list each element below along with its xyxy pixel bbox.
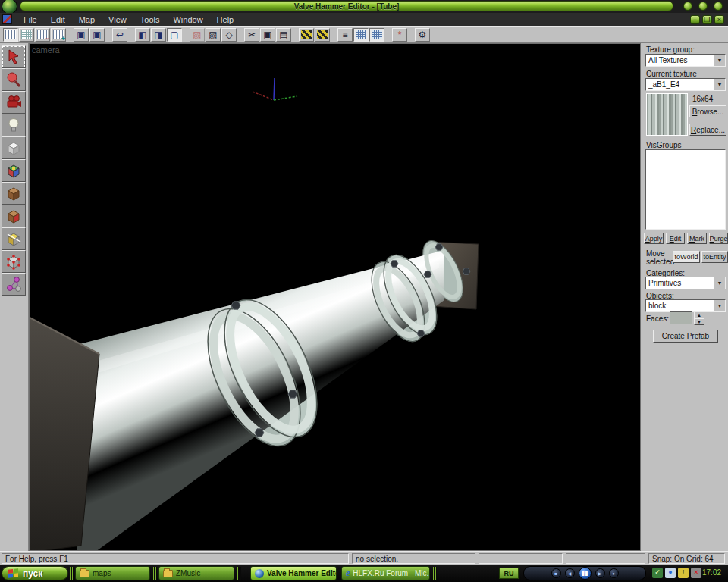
tray-antivirus-icon[interactable]: ✓ [652,568,663,578]
viewport-label[interactable]: camera [32,45,60,55]
menu-window[interactable]: Window [166,14,209,26]
mdi-restore-button[interactable]: ❐ [702,15,712,24]
entity-report-button[interactable]: * [392,28,407,42]
to-world-button[interactable]: toWorld [673,251,700,263]
objects-combo[interactable]: block ▼ [645,299,726,312]
apply-current-texture-tool-button[interactable] [2,182,26,205]
media-prev-icon[interactable]: ◀ [565,568,575,578]
texture-group-label: Texture group: [646,45,695,54]
toggle-group-ignore-button[interactable]: ▢ [167,28,182,42]
scene-3d [30,44,640,550]
ungroup-icon: ◨ [154,30,162,40]
carve-icon [301,30,312,39]
task-hlfx-forum[interactable]: e HLFX.Ru Forum - Mic... [341,566,430,580]
texture-application-tool-button[interactable] [2,159,26,182]
entity-tool-button[interactable] [2,114,26,136]
hide-selected-button[interactable]: ▨ [206,28,221,42]
media-next-icon[interactable]: ▶ [595,568,605,578]
save-window-state-button[interactable]: ▣ [89,28,105,42]
chevron-down-icon[interactable]: ▼ [714,300,725,311]
larger-grid-button[interactable]: + [51,28,66,42]
copy-button[interactable]: ▣ [260,28,275,42]
tray-shield-icon[interactable]: ! [678,568,689,578]
maximize-button[interactable] [698,2,708,11]
mdi-minimize-button[interactable]: − [690,15,700,24]
visgroups-apply-button[interactable]: Apply [644,233,664,244]
ignore-groups-button[interactable]: ▨ [190,28,205,42]
clipping-tool-button[interactable] [2,227,26,250]
mdi-close-button[interactable]: × [714,15,724,24]
media-pause-icon[interactable]: ▮▮ [579,567,592,580]
cut-button[interactable]: ✂ [244,28,259,42]
faces-input[interactable] [670,311,692,324]
menu-view[interactable]: View [102,14,133,26]
smaller-grid-button[interactable]: − [35,28,50,42]
categories-combo[interactable]: Primitives ▼ [645,277,726,289]
lightbulb-icon [5,116,23,134]
make-hollow-button[interactable] [315,28,330,42]
texture-group-combo[interactable]: All Textures ▼ [645,54,726,67]
task-valve-hammer[interactable]: Valve Hammer Editor... [250,566,337,580]
replace-button[interactable]: Replace... [689,124,726,136]
undo-button[interactable]: ↩ [112,28,127,42]
camera-tool-button[interactable] [2,91,26,114]
hollow-icon [317,30,328,39]
browse-button[interactable]: Browse... [689,105,726,117]
menu-edit[interactable]: Edit [44,14,72,26]
faces-label: Faces: [646,314,669,323]
task-zmusic[interactable]: ZMusic [158,566,234,580]
hammer-app-icon [2,14,12,24]
paste-icon: ▤ [279,30,287,40]
toggle-3d-grid-button[interactable] [19,28,34,42]
tray-messenger-icon[interactable]: ● [665,568,676,578]
language-indicator[interactable]: RU [499,568,519,579]
task-maps[interactable]: maps [75,566,150,580]
status-snap: Snap: On Grid: 64 [648,553,725,564]
menu-help[interactable]: Help [210,14,241,26]
media-volume-icon[interactable]: ● [609,568,619,578]
faces-spin-up[interactable]: ▲ [694,311,704,318]
decal-cube-icon [5,207,23,225]
start-button[interactable]: пуск [2,566,68,580]
texture-fit-button[interactable] [353,28,369,42]
chevron-down-icon[interactable]: ▼ [714,277,725,289]
carve-button[interactable] [299,28,314,42]
hide-unselected-button[interactable]: ◇ [221,28,237,42]
media-stop-icon[interactable]: ■ [551,568,561,578]
block-tool-button[interactable] [2,136,26,159]
minimize-button[interactable] [683,2,692,11]
ungroup-button[interactable]: ◨ [151,28,166,42]
run-map-button[interactable]: ⚙ [415,28,430,42]
chevron-down-icon[interactable]: ▼ [714,55,725,66]
apply-decals-tool-button[interactable] [2,205,26,227]
menu-tools[interactable]: Tools [133,14,167,26]
chevron-down-icon[interactable]: ▼ [714,79,725,90]
camera-viewport[interactable]: camera [29,43,641,551]
tray-volume-muted-icon[interactable]: × [691,568,701,578]
menu-file[interactable]: File [17,14,44,26]
faces-spin-down[interactable]: ▼ [694,318,704,325]
visgroups-purge-button[interactable]: Purge [709,233,728,244]
to-entity-button[interactable]: toEntity [701,251,728,263]
visgroups-edit-button[interactable]: Edit [666,233,685,244]
menu-map[interactable]: Map [72,14,102,26]
toggle-grid-button[interactable] [3,28,18,42]
folder-icon [80,570,89,577]
visgroups-list[interactable] [645,149,726,230]
visgroups-mark-button[interactable]: Mark [687,233,707,244]
path-nodes-icon [5,275,23,293]
texture-fit-alt-button[interactable] [369,28,384,42]
taskbar-separator [237,567,241,580]
paste-button[interactable]: ▤ [276,28,291,42]
texture-lock-button[interactable]: ≡ [337,28,353,42]
selection-tool-button[interactable] [2,45,26,68]
close-button[interactable] [714,2,723,11]
tool-palette [0,43,29,551]
vertex-tool-button[interactable] [2,250,26,273]
create-prefab-button[interactable]: Create Prefab [653,330,718,343]
path-tool-button[interactable] [2,273,26,296]
current-texture-combo[interactable]: _aB1_E4 ▼ [645,78,726,91]
load-window-state-button[interactable]: ▣ [74,28,89,42]
group-button[interactable]: ◧ [135,28,150,42]
magnify-tool-button[interactable] [2,68,26,91]
